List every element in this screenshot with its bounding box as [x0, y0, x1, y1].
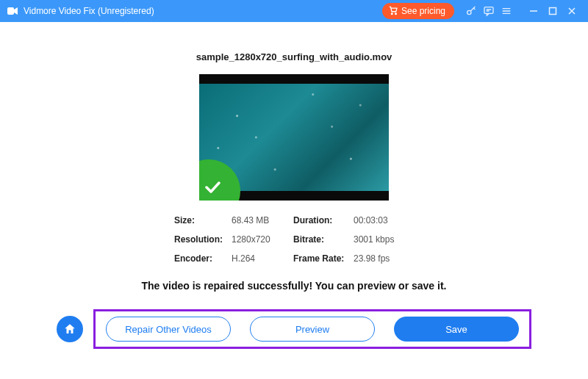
close-button[interactable] — [563, 3, 581, 19]
save-label: Save — [445, 324, 467, 335]
app-logo-icon — [6, 4, 19, 18]
svg-rect-4 — [484, 7, 493, 14]
home-button[interactable] — [57, 316, 83, 342]
maximize-button[interactable] — [544, 3, 562, 19]
svg-rect-5 — [550, 8, 556, 15]
repair-other-videos-label: Repair Other Videos — [125, 324, 212, 335]
preview-label: Preview — [295, 324, 329, 335]
bitrate-label: Bitrate: — [293, 234, 354, 245]
bitrate-value: 3001 kbps — [354, 234, 414, 245]
see-pricing-label: See pricing — [401, 6, 445, 16]
titlebar: Vidmore Video Fix (Unregistered) See pri… — [0, 0, 588, 22]
cart-icon — [388, 5, 398, 18]
preview-button[interactable]: Preview — [250, 317, 375, 342]
main-content: sample_1280x720_surfing_with_audio.mov S… — [0, 22, 588, 349]
minimize-button[interactable] — [525, 3, 542, 19]
success-message: The video is repaired successfully! You … — [142, 280, 447, 292]
svg-point-2 — [395, 12, 397, 14]
duration-label: Duration: — [293, 215, 354, 225]
svg-rect-0 — [7, 7, 14, 15]
check-icon — [204, 178, 221, 196]
repair-other-videos-button[interactable]: Repair Other Videos — [106, 317, 231, 342]
app-title: Vidmore Video Fix (Unregistered) — [24, 6, 154, 16]
size-value: 68.43 MB — [232, 215, 293, 225]
encoder-value: H.264 — [232, 253, 293, 264]
home-icon — [63, 322, 76, 336]
duration-value: 00:03:03 — [354, 215, 414, 225]
framerate-value: 23.98 fps — [354, 253, 414, 264]
framerate-label: Frame Rate: — [293, 253, 354, 264]
encoder-label: Encoder: — [174, 253, 232, 264]
svg-point-1 — [391, 12, 392, 14]
save-button[interactable]: Save — [394, 317, 519, 342]
video-thumbnail — [199, 74, 389, 201]
success-check-badge — [199, 159, 240, 201]
resolution-label: Resolution: — [174, 234, 232, 245]
see-pricing-button[interactable]: See pricing — [382, 3, 454, 19]
resolution-value: 1280x720 — [232, 234, 293, 245]
svg-point-3 — [467, 10, 471, 14]
key-icon[interactable] — [463, 3, 479, 19]
feedback-icon[interactable] — [481, 3, 497, 19]
menu-icon[interactable] — [498, 3, 514, 19]
footer: Repair Other Videos Preview Save — [57, 309, 531, 349]
action-button-row: Repair Other Videos Preview Save — [93, 309, 531, 349]
size-label: Size: — [174, 215, 232, 225]
file-name: sample_1280x720_surfing_with_audio.mov — [196, 51, 392, 62]
metadata-grid: Size: 68.43 MB Duration: 00:03:03 Resolu… — [174, 215, 414, 264]
